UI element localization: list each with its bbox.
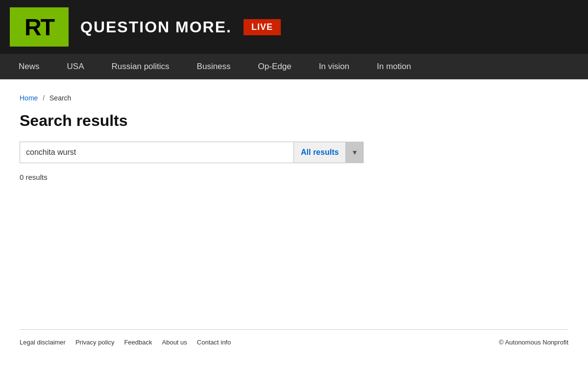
breadcrumb-home[interactable]: Home (20, 94, 38, 102)
nav-item-news[interactable]: News (5, 54, 53, 79)
results-count: 0 results (20, 173, 568, 181)
breadcrumb: Home / Search (20, 94, 568, 102)
footer-copyright: © Autonomous Nonprofit (499, 339, 568, 346)
footer-contact-info[interactable]: Contact info (197, 339, 231, 346)
nav-item-russian-politics[interactable]: Russian politics (98, 54, 183, 79)
nav-item-op-edge[interactable]: Op-Edge (245, 54, 305, 79)
footer-privacy-policy[interactable]: Privacy policy (75, 339, 114, 346)
search-dropdown[interactable]: All results ▼ (294, 142, 364, 163)
main-nav: News USA Russian politics Business Op-Ed… (0, 54, 588, 79)
footer-legal-disclaimer[interactable]: Legal disclaimer (20, 339, 66, 346)
footer-links: Legal disclaimer Privacy policy Feedback… (20, 339, 231, 346)
site-header: RT QUESTION MORE. LIVE (0, 0, 588, 54)
footer-feedback[interactable]: Feedback (124, 339, 152, 346)
breadcrumb-separator: / (43, 94, 45, 102)
chevron-down-icon[interactable]: ▼ (345, 142, 363, 163)
search-input[interactable] (20, 142, 294, 163)
search-bar: All results ▼ (20, 142, 568, 163)
search-dropdown-label: All results (294, 148, 345, 157)
nav-item-in-motion[interactable]: In motion (363, 54, 425, 79)
site-footer: Legal disclaimer Privacy policy Feedback… (0, 330, 588, 355)
tagline: QUESTION MORE. (80, 18, 232, 36)
logo-text: RT (24, 14, 54, 41)
nav-item-business[interactable]: Business (183, 54, 245, 79)
nav-item-in-vision[interactable]: In vision (305, 54, 363, 79)
live-badge[interactable]: LIVE (244, 19, 281, 35)
main-content: Home / Search Search results All results… (0, 79, 588, 300)
logo-box[interactable]: RT (10, 7, 69, 47)
footer-about-us[interactable]: About us (162, 339, 187, 346)
breadcrumb-current: Search (49, 94, 71, 102)
nav-item-usa[interactable]: USA (53, 54, 98, 79)
page-title: Search results (20, 112, 568, 130)
